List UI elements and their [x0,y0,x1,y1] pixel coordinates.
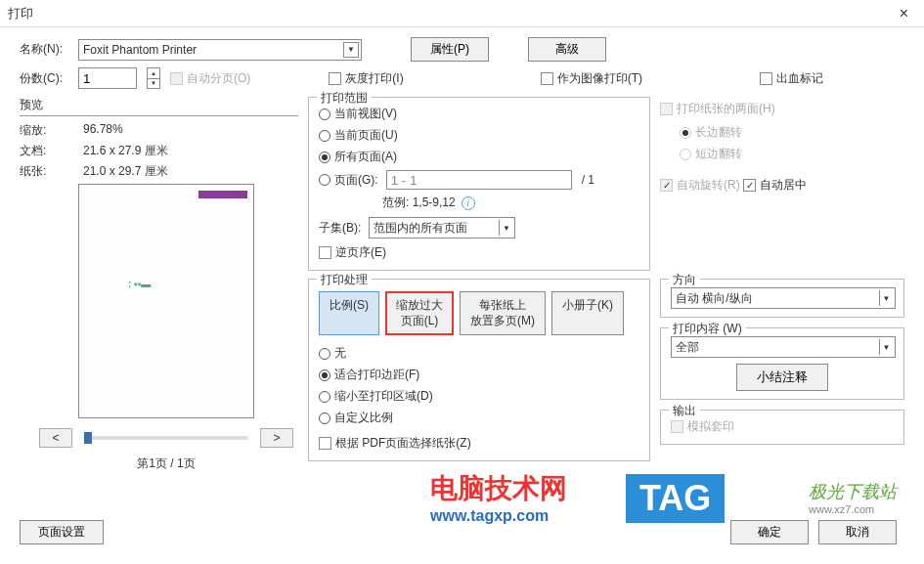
output-legend: 输出 [669,403,700,419]
copies-input[interactable] [78,67,137,89]
chevron-down-icon: ▼ [499,220,512,236]
long-edge-radio [680,127,691,139]
collate-checkbox [170,72,183,85]
short-edge-radio [680,149,691,160]
range-hint: 范例: 1,5-9,12 [382,195,456,211]
direction-fieldset: 方向 自动 横向/纵向 ▼ [660,279,904,318]
close-icon[interactable]: × [892,5,916,22]
tab-multiple[interactable]: 每张纸上 放置多页(M) [460,291,546,335]
duplex-label: 打印纸张的两面(H) [677,101,775,117]
current-page-label: 当前页面(U) [334,127,398,144]
simulate-label: 模拟套印 [687,418,734,435]
titlebar: 打印 × [0,0,924,27]
grayscale-checkbox[interactable] [329,72,341,85]
ok-button[interactable]: 确定 [730,520,809,544]
properties-button[interactable]: 属性(P) [411,37,489,62]
chevron-down-icon: ▼ [879,290,893,306]
next-page-button[interactable]: > [260,428,293,448]
pages-radio[interactable] [319,174,330,186]
reverse-order-checkbox[interactable] [319,246,331,259]
as-image-label: 作为图像打印(T) [557,70,642,87]
preview-element [198,191,247,198]
content-select[interactable]: 全部 ▼ [671,336,896,358]
page-slider[interactable] [84,436,248,440]
reverse-order-label: 逆页序(E) [335,244,386,261]
prev-page-button[interactable]: < [39,428,72,448]
pages-total: / 1 [582,173,594,187]
content-value: 全部 [676,339,699,356]
all-pages-label: 所有页面(A) [334,149,397,165]
by-pdf-page-checkbox[interactable] [319,437,331,450]
long-edge-label: 长边翻转 [695,124,742,141]
bleed-checkbox[interactable] [760,72,772,85]
print-range-fieldset: 打印范围 当前视图(V) 当前页面(U) 所有页面(A) 页面(G): / 1 … [308,97,650,271]
doc-label: 文档: [20,143,54,159]
pages-input[interactable] [386,170,572,190]
auto-rotate-checkbox [660,179,673,192]
by-pdf-page-label: 根据 PDF页面选择纸张(Z) [335,435,471,452]
watermark: 极光下载站 www.xz7.com [809,480,897,515]
cancel-button[interactable]: 取消 [818,520,897,544]
preview-title: 预览 [20,97,298,116]
print-range-legend: 打印范围 [317,90,372,107]
collate-label: 自动分页(O) [187,70,250,87]
printer-value: Foxit Phantom Printer [83,43,197,57]
zoom-value: 96.78% [83,122,123,139]
preview-element: : ▪▪▬ [128,279,151,289]
current-view-label: 当前视图(V) [334,106,397,122]
handling-legend: 打印处理 [317,272,372,288]
preview-thumbnail: : ▪▪▬ [78,184,254,418]
scale-none-label: 无 [334,345,346,362]
short-edge-label: 短边翻转 [695,146,742,162]
subset-label: 子集(B): [319,220,361,237]
info-icon[interactable]: i [462,196,475,210]
window-title: 打印 [8,5,33,22]
shrink-area-radio[interactable] [319,391,330,403]
auto-center-label: 自动居中 [760,177,807,194]
current-view-radio[interactable] [319,108,330,120]
printer-select[interactable]: Foxit Phantom Printer ▼ [78,39,362,61]
paper-value: 21.0 x 29.7 厘米 [83,163,168,180]
tab-shrink-large[interactable]: 缩放过大 页面(L) [385,291,454,335]
tab-booklet[interactable]: 小册子(K) [551,291,624,335]
shrink-area-label: 缩小至打印区域(D) [334,388,433,405]
pages-label: 页面(G): [334,172,378,189]
print-content-legend: 打印内容 (W) [669,321,746,337]
advanced-button[interactable]: 高级 [528,37,606,62]
direction-legend: 方向 [669,272,700,288]
doc-value: 21.6 x 27.9 厘米 [83,143,168,159]
tab-scale[interactable]: 比例(S) [319,291,379,335]
copies-label: 份数(C): [20,70,68,87]
all-pages-radio[interactable] [319,152,330,163]
as-image-checkbox[interactable] [541,72,553,85]
paper-label: 纸张: [20,163,54,180]
subset-value: 范围内的所有页面 [374,220,467,237]
direction-select[interactable]: 自动 横向/纵向 ▼ [671,287,896,309]
print-content-fieldset: 打印内容 (W) 全部 ▼ 小结注释 [660,327,904,400]
page-setup-button[interactable]: 页面设置 [20,520,104,544]
chevron-down-icon: ▼ [343,42,359,58]
auto-rotate-label: 自动旋转(R) [677,177,740,194]
bleed-label: 出血标记 [776,70,823,87]
zoom-label: 缩放: [20,122,54,139]
duplex-checkbox [660,103,673,115]
direction-value: 自动 横向/纵向 [676,290,753,307]
chevron-down-icon: ▼ [879,339,893,355]
simulate-checkbox [671,420,683,433]
summary-comments-button[interactable]: 小结注释 [736,364,828,391]
auto-center-checkbox[interactable] [743,179,756,192]
handling-fieldset: 打印处理 比例(S) 缩放过大 页面(L) 每张纸上 放置多页(M) 小册子(K… [308,279,650,461]
printer-name-label: 名称(N): [20,41,68,58]
subset-select[interactable]: 范围内的所有页面 ▼ [369,217,515,239]
fit-margins-label: 适合打印边距(F) [334,367,419,383]
current-page-radio[interactable] [319,130,330,142]
fit-margins-radio[interactable] [319,369,330,381]
page-counter: 第1页 / 1页 [39,456,293,472]
copies-spinner[interactable]: ▲▼ [147,67,160,89]
output-fieldset: 输出 模拟套印 [660,410,904,445]
scale-none-radio[interactable] [319,348,330,360]
custom-ratio-label: 自定义比例 [334,410,393,426]
custom-ratio-radio[interactable] [319,412,330,424]
grayscale-label: 灰度打印(I) [345,70,403,87]
